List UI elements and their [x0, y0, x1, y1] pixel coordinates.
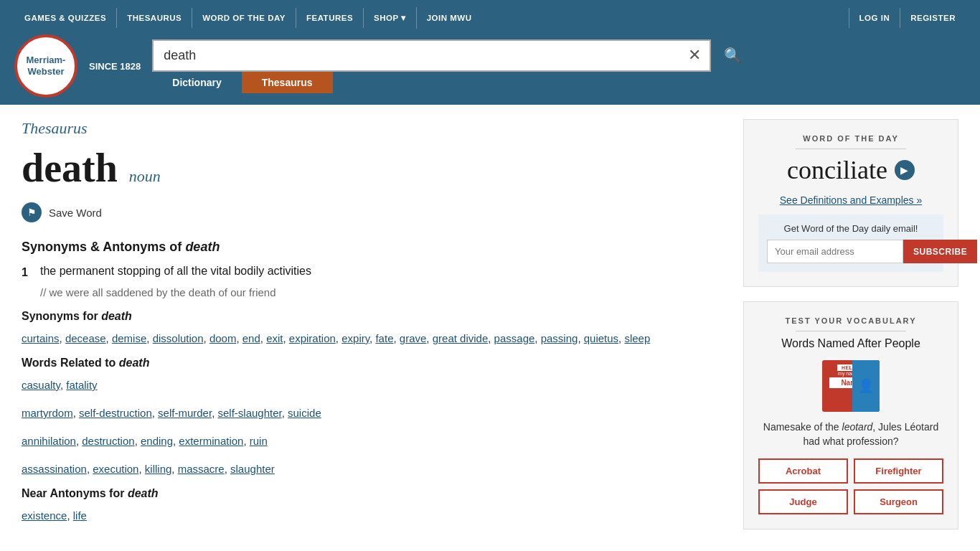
- bookmark-symbol: ⚑: [27, 207, 37, 218]
- audio-button[interactable]: ▶: [895, 160, 915, 180]
- entry-1: 1the permanent stopping of all the vital…: [22, 265, 722, 279]
- related-ending[interactable]: ending: [141, 435, 173, 447]
- synonym-great-divide[interactable]: great divide: [433, 332, 489, 344]
- wotd-divider: [796, 149, 907, 149]
- related-slaughter[interactable]: slaughter: [230, 463, 275, 475]
- part-of-speech: noun: [129, 167, 161, 186]
- related-assassination[interactable]: assassination: [22, 463, 87, 475]
- wotd-email-section: Get Word of the Day daily email! SUBSCRI…: [758, 215, 943, 272]
- nav-links-group: GAMES & QUIZZES THESAURUS WORD OF THE DA…: [14, 7, 481, 29]
- synonym-exit[interactable]: exit: [266, 332, 283, 344]
- search-input[interactable]: [154, 41, 679, 70]
- related-destruction[interactable]: destruction: [82, 435, 134, 447]
- related-massacre[interactable]: massacre: [178, 463, 225, 475]
- synonym-fate[interactable]: fate: [375, 332, 393, 344]
- sidebar: WORD OF THE DAY conciliate ▶ See Definit…: [743, 119, 958, 534]
- related-section-label: Words Related to death: [22, 357, 722, 369]
- synonym-quietus[interactable]: quietus: [584, 332, 618, 344]
- related-self-murder[interactable]: self-murder: [158, 407, 212, 419]
- nav-shop[interactable]: SHOP ▾: [364, 7, 417, 29]
- main-container: Thesaurus death noun ⚑ Save Word Synonym…: [0, 105, 980, 548]
- nav-thesaurus[interactable]: THESAURUS: [117, 8, 192, 28]
- antonyms-section-label: Near Antonyms for death: [22, 487, 722, 500]
- nav-games[interactable]: GAMES & QUIZZES: [14, 8, 117, 28]
- page-label: Thesaurus: [22, 119, 722, 138]
- wotd-box: WORD OF THE DAY conciliate ▶ See Definit…: [743, 119, 958, 287]
- nav-login[interactable]: LOG IN: [849, 8, 900, 28]
- vocab-divider: [796, 331, 907, 331]
- synonym-sleep[interactable]: sleep: [624, 332, 650, 344]
- entry-number: 1: [22, 266, 36, 279]
- synonym-passage[interactable]: passage: [494, 332, 535, 344]
- synonym-grave[interactable]: grave: [400, 332, 427, 344]
- synonyms-heading: Synonyms & Antonyms of death: [22, 240, 722, 255]
- search-input-container: ✕: [152, 39, 711, 72]
- synonym-doom[interactable]: doom: [209, 332, 237, 344]
- synonym-dissolution[interactable]: dissolution: [153, 332, 204, 344]
- related-words-list-2: martyrdom, self-destruction, self-murder…: [22, 403, 722, 423]
- synonym-end[interactable]: end: [242, 332, 260, 344]
- vocab-heading: Words Named After People: [758, 337, 943, 350]
- vocab-answer-acrobat[interactable]: Acrobat: [758, 458, 848, 484]
- wotd-label: WORD OF THE DAY: [758, 134, 943, 143]
- tab-dictionary[interactable]: Dictionary: [152, 72, 241, 93]
- wotd-subscribe-button[interactable]: SUBSCRIBE: [903, 240, 977, 263]
- content-area: Thesaurus death noun ⚑ Save Word Synonym…: [22, 119, 722, 534]
- antonym-existence[interactable]: existence: [22, 509, 67, 522]
- nav-register[interactable]: REGISTER: [900, 8, 966, 28]
- related-extermination[interactable]: extermination: [179, 435, 243, 447]
- related-suicide[interactable]: suicide: [288, 407, 321, 419]
- wotd-email-form: SUBSCRIBE: [767, 240, 935, 263]
- search-bar: ✕ 🔍: [152, 39, 755, 72]
- antonyms-list: existence, life: [22, 506, 722, 525]
- synonym-expiry[interactable]: expiry: [341, 332, 369, 344]
- vocab-question: Namesake of the leotard, Jules Léotard h…: [758, 420, 943, 448]
- synonym-demise[interactable]: demise: [112, 332, 146, 344]
- related-ruin[interactable]: ruin: [250, 435, 268, 447]
- bookmark-icon: ⚑: [22, 202, 42, 222]
- save-word-button[interactable]: ⚑ Save Word: [22, 202, 722, 222]
- related-casualty[interactable]: casualty: [22, 379, 60, 391]
- search-button[interactable]: 🔍: [711, 39, 755, 72]
- synonym-decease[interactable]: decease: [65, 332, 106, 344]
- wotd-word: conciliate ▶: [758, 155, 943, 185]
- definition-text: the permanent stopping of all the vital …: [40, 265, 311, 277]
- auth-links-group: LOG IN REGISTER: [849, 8, 966, 28]
- vocab-answer-firefighter[interactable]: Firefighter: [854, 458, 943, 484]
- related-martyrdom[interactable]: martyrdom: [22, 407, 73, 419]
- wotd-email-input[interactable]: [767, 240, 903, 263]
- related-annihilation[interactable]: annihilation: [22, 435, 76, 447]
- vocab-answer-judge[interactable]: Judge: [758, 489, 848, 514]
- clear-search-button[interactable]: ✕: [679, 42, 710, 69]
- nav-join[interactable]: JOIN MWU: [417, 8, 482, 28]
- related-killing[interactable]: killing: [145, 463, 172, 475]
- search-tabs: Dictionary Thesaurus: [152, 72, 755, 93]
- nav-features[interactable]: FEATURES: [296, 8, 364, 28]
- synonym-curtains[interactable]: curtains: [22, 332, 60, 344]
- vocab-image-wrap: HELLO my name is Name 👤: [758, 360, 943, 412]
- related-execution[interactable]: execution: [93, 463, 138, 475]
- top-nav-row: GAMES & QUIZZES THESAURUS WORD OF THE DA…: [0, 3, 980, 32]
- example-sentence: // we were all saddened by the death of …: [40, 286, 722, 298]
- synonym-passing[interactable]: passing: [541, 332, 578, 344]
- wotd-see-link[interactable]: See Definitions and Examples »: [780, 194, 922, 206]
- since-text: SINCE 1828: [89, 61, 141, 72]
- wotd-word-text: conciliate: [787, 155, 887, 185]
- audio-icon: ▶: [900, 164, 908, 176]
- save-word-label: Save Word: [49, 207, 102, 219]
- antonym-life[interactable]: life: [73, 509, 87, 522]
- related-words-list: casualty, fatality: [22, 375, 722, 395]
- synonyms-list: curtains, decease, demise, dissolution, …: [22, 329, 722, 348]
- nav-wotd[interactable]: WORD OF THE DAY: [192, 8, 296, 28]
- headword: death: [22, 145, 118, 191]
- logo-text: Merriam-Webster: [27, 55, 66, 77]
- related-self-slaughter[interactable]: self-slaughter: [217, 407, 281, 419]
- tab-thesaurus[interactable]: Thesaurus: [242, 72, 333, 93]
- related-self-destruction[interactable]: self-destruction: [79, 407, 152, 419]
- synonym-expiration[interactable]: expiration: [289, 332, 336, 344]
- related-fatality[interactable]: fatality: [66, 379, 97, 391]
- vocab-image: HELLO my name is Name 👤: [822, 360, 880, 412]
- vocab-answer-surgeon[interactable]: Surgeon: [854, 489, 943, 514]
- vocab-answers: Acrobat Firefighter Judge Surgeon: [758, 458, 943, 514]
- related-words-list-3: annihilation, destruction, ending, exter…: [22, 431, 722, 451]
